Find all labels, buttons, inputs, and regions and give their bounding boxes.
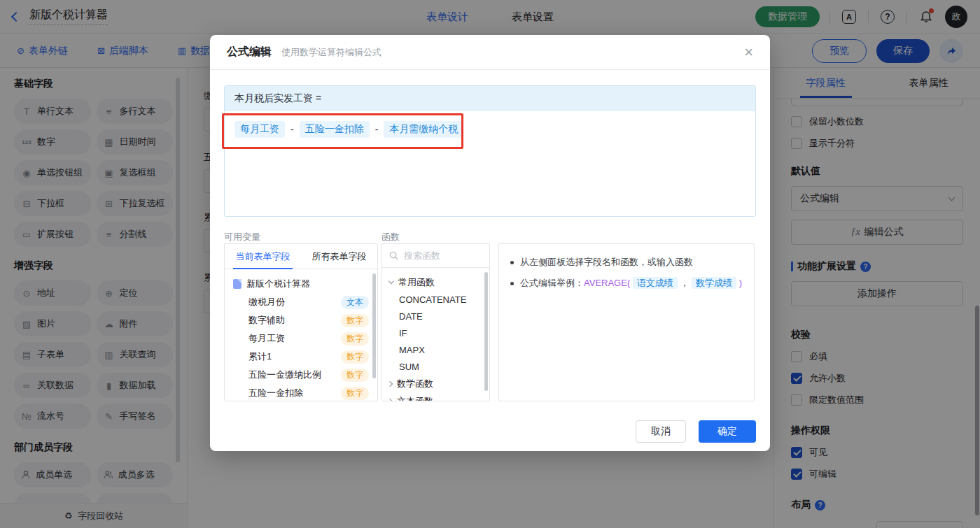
tab-all-form-fields[interactable]: 所有表单字段 (301, 244, 377, 269)
bullet-icon (510, 261, 514, 264)
modal-footer: 取消 确定 (636, 420, 756, 443)
close-icon[interactable]: × (744, 45, 753, 60)
variables-tabs: 当前表单字段 所有表单字段 (225, 244, 377, 269)
type-badge: 数字 (341, 387, 369, 400)
bullet-icon (510, 282, 514, 285)
help-panel: 从左侧面板选择字段名和函数，或输入函数 公式编辑举例：AVERAGE( 语文成绩… (498, 243, 755, 401)
functions-scrollbar[interactable] (484, 272, 488, 391)
form-doc-icon (233, 279, 241, 289)
formula-target: 本月税后实发工资 = (225, 86, 755, 111)
function-example: AVERAGE( (584, 278, 630, 288)
variable-field-row[interactable]: 五险一金缴纳比例 数字 (225, 366, 377, 384)
functions-tree: 常用函数 CONCATENATE DATE IF MAPX SUM 数学函数 文… (382, 268, 489, 401)
type-badge: 数字 (341, 332, 369, 345)
search-icon (389, 251, 398, 260)
formula-chip[interactable]: 每月工资 (234, 121, 285, 138)
formula-chip[interactable]: 本月需缴纳个税 (384, 121, 463, 138)
functions-panel: 常用函数 CONCATENATE DATE IF MAPX SUM 数学函数 文… (382, 243, 490, 401)
variables-tree: 新版个税计算器 缴税月份 文本 数字辅助 数字 每月工资 数字 累计1 数字 (225, 269, 377, 401)
formula-expression[interactable]: 每月工资 - 五险一金扣除 - 本月需缴纳个税 (225, 111, 755, 148)
search-input[interactable] (404, 250, 474, 261)
example-chip: 语文成绩 (633, 277, 678, 289)
variables-scrollbar[interactable] (372, 273, 376, 378)
type-badge: 数字 (341, 314, 369, 327)
formula-chip[interactable]: 五险一金扣除 (300, 121, 370, 138)
formula-edit-modal: 公式编辑 使用数学运算符编辑公式 × 本月税后实发工资 = 每月工资 - 五险一… (210, 35, 770, 451)
function-group-text[interactable]: 文本函数 (382, 392, 489, 401)
operator: - (290, 124, 294, 135)
help-tip-1: 从左侧面板选择字段名和函数，或输入函数 (510, 255, 743, 269)
modal-header: 公式编辑 使用数学运算符编辑公式 × (210, 35, 770, 70)
tab-current-form-fields[interactable]: 当前表单字段 (225, 244, 301, 269)
function-search[interactable] (382, 244, 489, 268)
chevron-right-icon (387, 398, 393, 401)
function-item-sum[interactable]: SUM (382, 358, 489, 375)
variable-field-row[interactable]: 五险一金扣除 数字 (225, 384, 377, 401)
functions-label: 函数 (382, 231, 400, 243)
variable-field-row[interactable]: 缴税月份 文本 (225, 293, 377, 311)
cancel-button[interactable]: 取消 (636, 420, 686, 443)
variable-field-row[interactable]: 累计1 数字 (225, 348, 377, 366)
variable-field-row[interactable]: 数字辅助 数字 (225, 311, 377, 329)
variables-panel: 当前表单字段 所有表单字段 新版个税计算器 缴税月份 文本 数字辅助 数字 每月… (224, 243, 378, 401)
type-badge: 数字 (341, 350, 369, 364)
function-item-mapx[interactable]: MAPX (382, 341, 489, 358)
help-tip-2: 公式编辑举例：AVERAGE( 语文成绩 ， 数学成绩 ) (510, 276, 743, 290)
variable-field-row[interactable]: 每月工资 数字 (225, 329, 377, 348)
modal-title: 公式编辑 (227, 45, 272, 59)
chevron-right-icon (387, 380, 393, 386)
function-item-if[interactable]: IF (382, 324, 489, 341)
function-item-concatenate[interactable]: CONCATENATE (382, 291, 489, 308)
function-group-math[interactable]: 数学函数 (382, 375, 489, 392)
variables-label: 可用变量 (224, 231, 260, 243)
example-chip: 数学成绩 (692, 277, 736, 289)
modal-subtitle: 使用数学运算符编辑公式 (281, 46, 382, 59)
operator: - (375, 124, 379, 135)
function-item-date[interactable]: DATE (382, 308, 489, 324)
formula-editor[interactable]: 本月税后实发工资 = 每月工资 - 五险一金扣除 - 本月需缴纳个税 (224, 85, 756, 217)
app-window: 新版个税计算器 表单设计 表单设置 数据管理 A ? 政 ⊘ 表单外链 ⊠ 后端… (0, 0, 980, 528)
function-group-common[interactable]: 常用函数 (382, 273, 489, 291)
chevron-down-icon (388, 278, 394, 284)
tree-root-form[interactable]: 新版个税计算器 (225, 275, 377, 293)
type-badge: 文本 (341, 296, 369, 309)
type-badge: 数字 (341, 369, 369, 382)
confirm-button[interactable]: 确定 (699, 420, 756, 443)
